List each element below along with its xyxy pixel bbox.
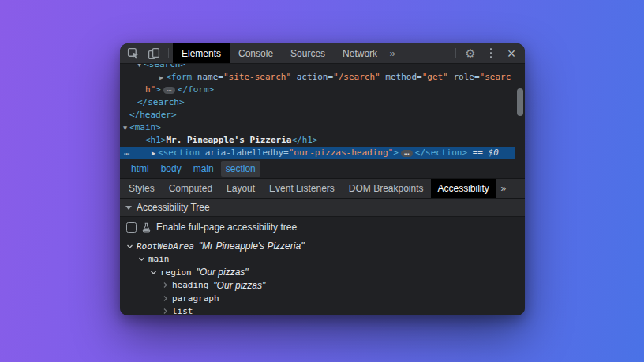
code-token: </search>	[137, 97, 185, 107]
chevron-down-icon[interactable]	[125, 243, 135, 250]
chevron-right-icon[interactable]	[160, 308, 170, 315]
chevron-down-icon[interactable]	[137, 256, 147, 263]
accessibility-tree-section-header[interactable]: Accessibility Tree	[120, 199, 525, 217]
disclosure-triangle-icon[interactable]: ▼	[123, 124, 127, 132]
code-token: >	[393, 147, 399, 158]
tab-styles[interactable]: Styles	[122, 179, 162, 198]
a11y-role: paragraph	[172, 293, 219, 304]
devtools-window: ElementsConsoleSourcesNetwork» ⚙ × ▼<sea…	[120, 43, 525, 315]
a11y-node-region[interactable]: region"Our pizzas"	[120, 266, 525, 279]
code-token: </header>	[129, 110, 177, 120]
breadcrumb-body[interactable]: body	[156, 161, 186, 177]
code-token: <section	[158, 147, 200, 158]
code-token: h"	[145, 84, 155, 95]
a11y-name: "Our pizzas"	[213, 280, 265, 291]
more-sidebar-tabs-button[interactable]: »	[496, 179, 511, 198]
sidebar-tab-strip: StylesComputedLayoutEvent ListenersDOM B…	[120, 179, 525, 199]
tab-console[interactable]: Console	[230, 43, 282, 63]
disclosure-triangle-icon[interactable]: ▶	[152, 149, 155, 157]
code-token: role=	[448, 72, 480, 82]
a11y-role: list	[172, 306, 193, 315]
tab-layout[interactable]: Layout	[219, 179, 262, 198]
disclosure-triangle-icon[interactable]: ▶	[159, 73, 163, 81]
breadcrumb: htmlbodymainsection	[120, 159, 525, 179]
a11y-node-rootwebarea[interactable]: RootWebArea"Mr Pineapple's Pizzeria"	[120, 240, 525, 253]
a11y-node-paragraph[interactable]: paragraph	[120, 292, 525, 305]
breadcrumb-section[interactable]: section	[221, 161, 260, 177]
dom-node[interactable]: </search>	[120, 96, 515, 109]
a11y-node-heading[interactable]: heading"Our pizzas"	[120, 279, 525, 293]
chevron-right-icon[interactable]	[160, 295, 170, 302]
a11y-role: heading	[172, 280, 208, 290]
checkbox-label: Enable full-page accessibility tree	[156, 222, 297, 233]
dom-tree-lines: ▼<search>▶<form name="site-search" actio…	[120, 64, 515, 159]
tab-sources[interactable]: Sources	[282, 43, 334, 63]
a11y-node-main[interactable]: main	[120, 253, 525, 267]
panel-tab-strip: ElementsConsoleSourcesNetwork»	[173, 43, 399, 63]
section-title: Accessibility Tree	[137, 202, 210, 213]
devtools-toolbar: ElementsConsoleSourcesNetwork» ⚙ ×	[120, 43, 525, 64]
tab-computed[interactable]: Computed	[162, 179, 219, 198]
more-options-icon[interactable]	[481, 43, 501, 63]
dom-node[interactable]: <h1>Mr. Pineapple's Pizzeria</h1>	[120, 134, 515, 147]
accessibility-tree: RootWebArea"Mr Pineapple's Pizzeria"main…	[120, 237, 525, 315]
toolbar-divider	[455, 48, 456, 58]
dom-node[interactable]: </header>	[120, 109, 515, 121]
toolbar-right-controls: ⚙ ×	[451, 43, 525, 63]
experiment-flask-icon	[141, 222, 152, 233]
code-token: >	[155, 84, 161, 95]
elements-dom-tree: ▼<search>▶<form name="site-search" actio…	[120, 64, 525, 159]
a11y-role: region	[160, 267, 192, 278]
breadcrumb-html[interactable]: html	[126, 161, 154, 177]
tab-elements[interactable]: Elements	[173, 43, 230, 63]
close-icon[interactable]: ×	[501, 43, 522, 63]
a11y-name: "Our pizzas"	[197, 267, 249, 278]
scrollbar-thumb[interactable]	[517, 88, 523, 116]
dom-node[interactable]: ▼<search>	[120, 64, 515, 71]
a11y-role: main	[148, 254, 170, 264]
breadcrumb-main[interactable]: main	[189, 161, 219, 177]
device-toolbar-icon[interactable]	[144, 43, 164, 63]
dom-node[interactable]: ▶<form name="site-search" action="/searc…	[120, 71, 515, 84]
dom-node[interactable]: ▼<main>	[120, 121, 515, 134]
code-token: method=	[380, 72, 422, 82]
code-token: <main>	[129, 122, 161, 132]
code-token: Mr. Pineapple's Pizzeria	[167, 135, 292, 145]
code-token: <form	[166, 72, 192, 82]
code-token: </section>	[415, 147, 467, 158]
code-token: == $0	[467, 147, 499, 158]
tab-network[interactable]: Network	[334, 43, 386, 63]
settings-gear-icon[interactable]: ⚙	[460, 43, 481, 63]
a11y-node-list[interactable]: list	[120, 305, 525, 316]
selected-dom-node[interactable]: …▶<section aria-labelledby="our-pizzas-h…	[120, 147, 515, 159]
full-page-a11y-row: Enable full-page accessibility tree	[120, 217, 525, 237]
disclosure-triangle-icon[interactable]: ▼	[137, 64, 141, 69]
toolbar-divider	[168, 48, 169, 58]
code-token: <search>	[144, 64, 185, 69]
enable-full-page-a11y-checkbox[interactable]	[126, 222, 137, 233]
expand-children-button[interactable]: …	[401, 150, 413, 157]
a11y-role: RootWebArea	[137, 241, 194, 252]
dom-node[interactable]: h">…</form>	[120, 84, 515, 96]
code-token: aria-labelledby=	[200, 147, 289, 158]
inspect-icon[interactable]	[123, 43, 144, 63]
code-token: "site-search"	[223, 72, 291, 82]
chevron-down-icon[interactable]	[148, 269, 159, 276]
section-collapse-triangle-icon	[125, 206, 132, 210]
code-token: </form>	[178, 84, 214, 95]
a11y-name: "Mr Pineapple's Pizzeria"	[199, 241, 305, 252]
tab-event-listeners[interactable]: Event Listeners	[262, 179, 342, 198]
code-token: <h1>	[145, 135, 167, 145]
code-token: "/search"	[333, 72, 380, 82]
code-token: </h1>	[291, 135, 317, 145]
code-token: action=	[291, 72, 333, 82]
tab-accessibility[interactable]: Accessibility	[431, 179, 496, 198]
chevron-right-icon[interactable]	[160, 282, 170, 289]
expand-children-button[interactable]: …	[163, 87, 175, 94]
code-token: "searc	[480, 72, 511, 82]
more-tabs-button[interactable]: »	[386, 43, 399, 63]
code-token: name=	[192, 72, 223, 82]
tab-dom-breakpoints[interactable]: DOM Breakpoints	[342, 179, 431, 198]
code-token: "our-pizzas-heading"	[289, 147, 393, 158]
node-overflow-dots[interactable]: …	[124, 147, 130, 157]
